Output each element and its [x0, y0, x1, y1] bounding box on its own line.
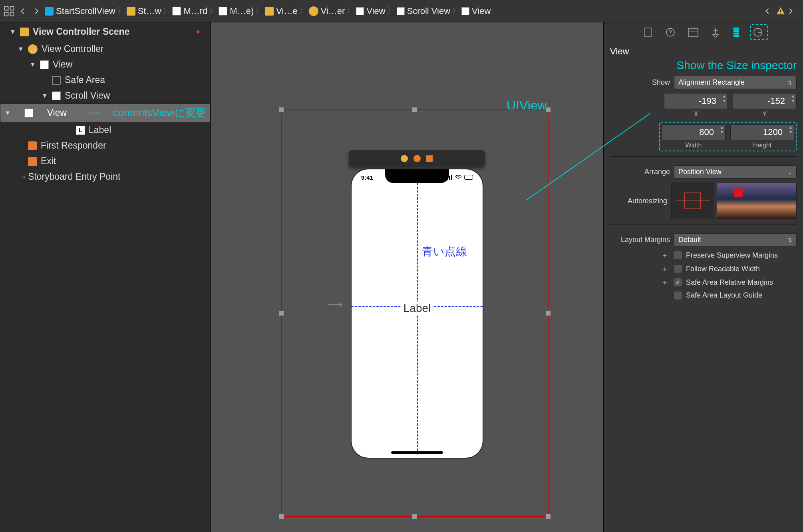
node-content-view[interactable]: ▼ View ⟶ contentsViewに変更 — [0, 103, 211, 122]
add-variation-button[interactable]: ＋ — [610, 250, 670, 260]
svg-rect-5 — [780, 13, 781, 14]
arrange-select[interactable]: Position View⌄ — [674, 165, 797, 179]
node-exit[interactable]: Exit — [0, 153, 211, 169]
node-first-responder[interactable]: First Responder — [0, 138, 211, 153]
svg-rect-7 — [447, 177, 448, 180]
folder-icon — [127, 7, 135, 16]
svg-rect-9 — [451, 175, 452, 180]
jump-prev-button[interactable] — [762, 6, 773, 16]
view-icon — [461, 7, 469, 15]
stepper-icon[interactable]: ▲▼ — [720, 125, 724, 135]
view-icon — [356, 7, 364, 15]
resize-handle[interactable] — [412, 514, 417, 519]
show-select[interactable]: Alignment Rectangle⇅ — [674, 76, 797, 89]
svg-rect-13 — [688, 28, 698, 36]
annotation-blue-dashed: 青い点線 — [422, 244, 467, 259]
forward-button[interactable] — [31, 6, 42, 16]
crumb-storyboard[interactable]: M…rd — [172, 6, 207, 16]
node-safe-area[interactable]: Safe Area — [0, 72, 211, 88]
conflict-indicator-icon[interactable]: ● — [196, 28, 200, 36]
warning-icon[interactable] — [776, 6, 785, 16]
node-view-controller[interactable]: ▼◻ View Controller — [0, 41, 211, 57]
resize-handle[interactable] — [278, 107, 284, 113]
crumb-content[interactable]: View — [461, 6, 491, 16]
scene-toolbar[interactable] — [349, 150, 485, 167]
add-variation-button[interactable]: ＋ — [610, 264, 670, 274]
height-field[interactable]: ▲▼ — [730, 124, 794, 140]
interface-builder-canvas[interactable]: UIView 9:41 Label — [211, 22, 603, 532]
annotation-arrow-icon: ⟶ — [88, 108, 99, 117]
preserve-checkbox[interactable] — [674, 251, 682, 259]
resize-handle[interactable] — [545, 310, 551, 316]
crumb-scene[interactable]: Vi…e — [265, 6, 297, 16]
first-responder-dock-icon[interactable] — [413, 155, 421, 162]
add-variation-button[interactable]: ＋ — [610, 278, 670, 287]
back-button[interactable] — [18, 6, 28, 16]
stepper-icon[interactable]: ▲▼ — [791, 94, 795, 103]
crumb-view[interactable]: View — [356, 6, 385, 16]
node-label[interactable]: L Label — [0, 122, 211, 138]
node-entry-point[interactable]: → Storyboard Entry Point — [0, 169, 211, 185]
viewcontroller-icon — [309, 6, 318, 16]
annotation-contents-view: contentsViewに変更 — [113, 106, 206, 120]
resize-handle[interactable] — [412, 107, 417, 113]
status-time: 9:41 — [361, 174, 373, 181]
swift-file-icon — [45, 7, 54, 16]
scene-header[interactable]: ▼ View Controller Scene ● — [0, 22, 211, 41]
scene-title: View Controller Scene — [33, 26, 129, 37]
y-field[interactable]: ▲▼ — [733, 93, 797, 109]
inspector-tabs: ? — [604, 22, 803, 42]
viewcontroller-dock-icon[interactable] — [401, 155, 408, 162]
related-items-icon[interactable] — [4, 6, 14, 16]
crumb-vc[interactable]: Vi…er — [309, 6, 345, 16]
svg-rect-3 — [10, 12, 14, 16]
storyboard-icon — [219, 7, 227, 16]
width-field[interactable]: ▲▼ — [662, 124, 725, 140]
identity-inspector-tab[interactable] — [688, 28, 698, 37]
label-icon: L — [76, 126, 85, 135]
attributes-inspector-tab[interactable] — [711, 27, 720, 38]
safe-rel-checkbox[interactable]: ✓ — [674, 278, 682, 286]
document-outline: ▼ View Controller Scene ● ▼◻ View Contro… — [0, 22, 211, 532]
layout-margins-select[interactable]: Default⇅ — [674, 233, 797, 246]
dropdown-icon: ⇅ — [787, 237, 792, 243]
exit-dock-icon[interactable] — [426, 155, 433, 162]
guide-vertical — [417, 183, 418, 455]
safe-guide-checkbox[interactable] — [674, 292, 682, 300]
stepper-icon[interactable]: ▲▼ — [722, 94, 726, 103]
annotation-highlight-box — [750, 24, 768, 40]
disclosure-triangle-icon[interactable]: ▼ — [10, 28, 16, 36]
svg-text:?: ? — [669, 29, 672, 36]
resize-handle[interactable] — [278, 514, 284, 519]
view-icon — [397, 7, 405, 15]
file-inspector-tab[interactable] — [644, 27, 653, 38]
crumb-storyboard-2[interactable]: M…e) — [219, 6, 254, 16]
autoresizing-control[interactable] — [671, 183, 714, 219]
first-responder-icon — [28, 141, 37, 150]
jump-next-button[interactable] — [785, 6, 796, 16]
stepper-icon[interactable]: ▲▼ — [789, 125, 793, 135]
breadcrumb: StartScrollView〉 St…w〉 M…rd〉 M…e)〉 Vi…e〉… — [45, 6, 762, 16]
home-indicator — [391, 451, 443, 454]
inspector-section-title: View — [610, 46, 797, 57]
uilabel[interactable]: Label — [402, 302, 433, 315]
help-inspector-tab[interactable]: ? — [666, 28, 675, 37]
crumb-folder[interactable]: St…w — [127, 6, 161, 16]
node-view[interactable]: ▼ View — [0, 57, 211, 72]
crumb-project[interactable]: StartScrollView — [45, 6, 115, 16]
status-icons — [445, 175, 473, 180]
view-icon — [40, 60, 49, 69]
resize-handle[interactable] — [545, 107, 551, 113]
battery-icon — [464, 175, 473, 180]
resize-handle[interactable] — [545, 514, 551, 519]
safe-area-icon — [52, 76, 61, 85]
resize-handle[interactable] — [278, 310, 284, 316]
svg-rect-2 — [4, 12, 8, 16]
node-scroll-view[interactable]: ▼ Scroll View — [0, 88, 211, 103]
crumb-scroll[interactable]: Scroll View — [397, 6, 450, 16]
scene-icon — [265, 7, 274, 16]
size-inspector-tab[interactable] — [733, 27, 740, 38]
x-field[interactable]: ▲▼ — [664, 93, 728, 109]
device-frame[interactable]: 9:41 Label — [351, 169, 483, 459]
follow-checkbox[interactable] — [674, 265, 682, 273]
